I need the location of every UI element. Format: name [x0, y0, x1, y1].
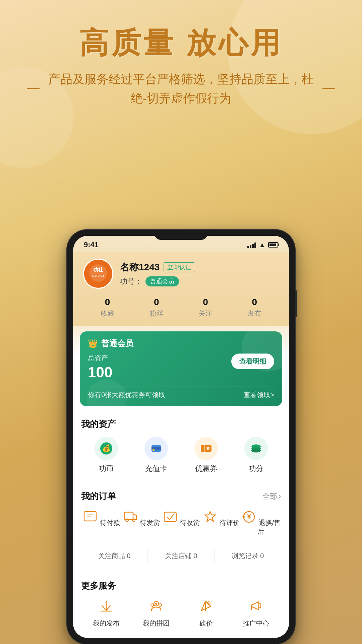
- service-bargain[interactable]: 砍价: [181, 598, 231, 628]
- order-refund[interactable]: ¥ 退换/售后: [241, 509, 281, 536]
- orders-all-label: 全部: [262, 491, 277, 501]
- my-orders-section: 我的订单 全部 › 待付款: [73, 484, 289, 570]
- stat-collect-label: 收藏: [83, 309, 132, 318]
- service-group[interactable]: 我的拼团: [131, 598, 181, 628]
- footer-shop-text: 关注店铺 0: [165, 552, 197, 559]
- card-header-row: 👑 普通会员: [88, 338, 274, 349]
- asset-section: 总资产 100: [88, 354, 112, 381]
- card-body-row: 总资产 100 查看明细: [88, 354, 274, 381]
- svg-point-29: [155, 603, 157, 605]
- services-title: 更多服务: [81, 580, 116, 592]
- asset-gongbi[interactable]: 💰 功币: [81, 437, 131, 474]
- notch: [154, 230, 208, 240]
- svg-rect-36: [259, 604, 261, 608]
- gongbi-label: 功币: [99, 464, 114, 473]
- svg-rect-21: [164, 512, 176, 522]
- subtitle-text: 产品及服务经过平台严格筛选，坚持品质至上，杜绝-切弄虚作假行为: [44, 69, 319, 108]
- sub-title: 产品及服务经过平台严格筛选，坚持品质至上，杜绝-切弄虚作假行为: [0, 69, 362, 108]
- gong-row: 功号： 普通会员: [120, 276, 279, 286]
- pending-review-label: 待评价: [220, 519, 240, 526]
- stat-fans[interactable]: 0 粉丝: [132, 297, 181, 318]
- phone-frame: 9:41 ▲: [67, 230, 295, 644]
- phone-screen: 9:41 ▲: [73, 236, 289, 638]
- phone-wrapper: 9:41 ▲: [67, 230, 295, 644]
- verify-badge[interactable]: 立即认证: [164, 262, 195, 272]
- profile-info: 名称1243 立即认证 功号： 普通会员: [120, 261, 279, 286]
- coupon-row: 你有0张大额优惠券可领取 查看领取>: [88, 386, 274, 399]
- footer-link-shop[interactable]: 关注店铺 0: [148, 549, 215, 563]
- profile-section: 功社 GSPACE 名称1243 立即认证 功号： 普通会员: [73, 252, 289, 326]
- assets-header: 我的资产: [81, 418, 281, 430]
- group-icon: [131, 598, 181, 616]
- stat-follow[interactable]: 0 关注: [181, 297, 230, 318]
- stat-follow-label: 关注: [181, 309, 230, 318]
- gongfen-label: 功分: [249, 464, 263, 473]
- pending-review-icon: [202, 509, 218, 525]
- services-grid: 我的发布 我的拼团: [81, 598, 281, 628]
- footer-goods-text: 关注商品 0: [98, 552, 131, 559]
- stat-follow-value: 0: [181, 297, 230, 308]
- detail-button[interactable]: 查看明细: [231, 354, 274, 369]
- asset-gongfen[interactable]: 功分: [231, 437, 281, 474]
- svg-text:券: 券: [205, 446, 210, 450]
- crown-icon: 👑: [88, 339, 98, 348]
- coupon-text: 你有0张大额优惠券可领取: [88, 390, 165, 399]
- card-title: 普通会员: [101, 338, 133, 349]
- wifi-icon: ▲: [259, 241, 265, 249]
- profile-name: 名称1243: [120, 261, 160, 274]
- status-icons: ▲: [247, 241, 278, 249]
- asset-label: 总资产: [88, 354, 112, 363]
- coupon-link[interactable]: 查看领取>: [243, 390, 274, 399]
- assets-title: 我的资产: [81, 418, 116, 430]
- orders-grid: 待付款 待发货: [81, 509, 281, 536]
- gong-label: 功号：: [120, 276, 142, 286]
- gongbi-icon: 💰: [95, 437, 118, 460]
- deco-line: 产品及服务经过平台严格筛选，坚持品质至上，杜绝-切弄虚作假行为: [27, 69, 335, 108]
- asset-coupon[interactable]: 券 优惠券: [181, 437, 231, 474]
- svg-text:💰: 💰: [102, 444, 110, 452]
- footer-link-goods[interactable]: 关注商品 0: [81, 549, 148, 563]
- header-section: 高质量 放心用 产品及服务经过平台严格筛选，坚持品质至上，杜绝-切弄虚作假行为: [0, 0, 362, 108]
- svg-rect-18: [124, 512, 133, 520]
- service-publish[interactable]: 我的发布: [81, 598, 131, 628]
- stat-publish-value: 0: [230, 297, 279, 308]
- main-title: 高质量 放心用: [0, 27, 362, 59]
- order-pending-review[interactable]: 待评价: [201, 509, 241, 536]
- services-header: 更多服务: [81, 580, 281, 592]
- membership-card: 👑 普通会员 总资产 100 查看明细 你有0张大额优惠券可领取 查看领取>: [80, 331, 282, 406]
- orders-all-link[interactable]: 全部 ›: [262, 491, 281, 501]
- stat-fans-value: 0: [132, 297, 181, 308]
- more-services-section: 更多服务 我的发布: [73, 573, 289, 635]
- publish-label: 我的发布: [93, 620, 120, 627]
- svg-rect-10: [204, 445, 205, 452]
- svg-rect-15: [84, 512, 96, 521]
- svg-point-30: [151, 604, 154, 606]
- svg-line-24: [102, 606, 106, 610]
- svg-point-14: [251, 448, 261, 452]
- orders-header: 我的订单 全部 ›: [81, 490, 281, 502]
- stat-collect[interactable]: 0 收藏: [83, 297, 132, 318]
- stats-row: 0 收藏 0 粉丝 0 关注 0: [83, 297, 279, 318]
- order-pending-receive[interactable]: 待收货: [161, 509, 201, 536]
- battery-icon: [268, 242, 278, 248]
- order-pending-ship[interactable]: 待发货: [121, 509, 161, 536]
- footer-links: 关注商品 0 关注店铺 0 浏览记录 0: [81, 543, 281, 563]
- promote-icon: [231, 598, 281, 616]
- publish-icon: [81, 598, 131, 616]
- avatar[interactable]: 功社 GSPACE: [83, 259, 113, 289]
- pending-pay-label: 待付款: [100, 519, 120, 526]
- pending-ship-label: 待发货: [140, 519, 160, 526]
- service-promote[interactable]: 推广中心: [231, 598, 281, 628]
- stat-publish[interactable]: 0 发布: [230, 297, 279, 318]
- stat-fans-label: 粉丝: [132, 309, 181, 318]
- asset-recharge[interactable]: 充值卡: [131, 437, 181, 474]
- profile-row: 功社 GSPACE 名称1243 立即认证 功号： 普通会员: [83, 259, 279, 289]
- order-pending-pay[interactable]: 待付款: [81, 509, 121, 536]
- bargain-icon: [181, 598, 231, 616]
- promote-label: 推广中心: [243, 620, 269, 627]
- asset-value: 100: [88, 364, 112, 381]
- footer-link-history[interactable]: 浏览记录 0: [215, 549, 281, 563]
- pending-pay-icon: [82, 509, 98, 525]
- svg-point-31: [159, 604, 162, 606]
- coupon-label: 优惠券: [195, 464, 217, 473]
